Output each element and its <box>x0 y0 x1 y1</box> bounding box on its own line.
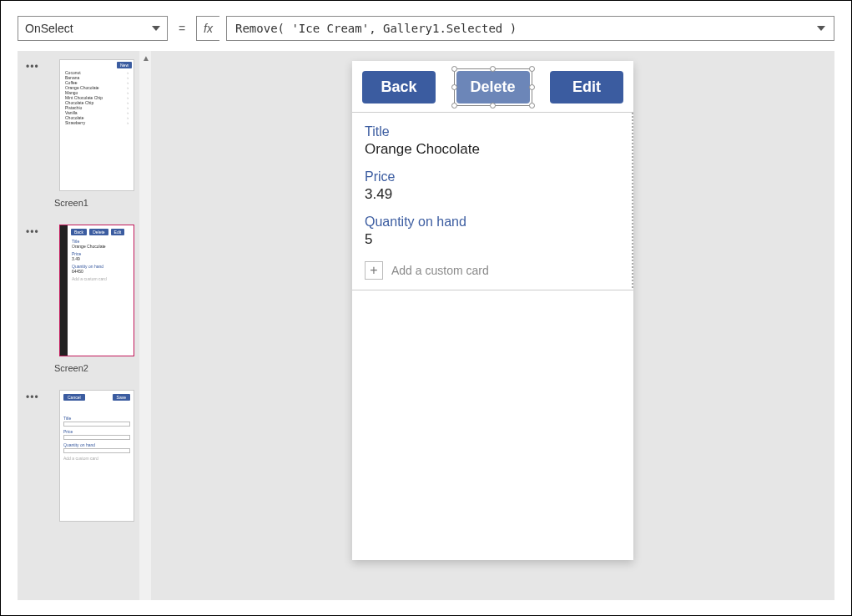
t3-price-input <box>63 435 130 440</box>
delete-button-label: Delete <box>470 78 515 95</box>
t2-title-val: Orange Chocolate <box>72 244 129 249</box>
thumbnail-screen2[interactable]: Back Delete Edit Title Orange Chocolate … <box>59 225 134 356</box>
app-frame: OnSelect = fx Remove( 'Ice Cream', Galle… <box>0 0 852 616</box>
screen3-btnbar: Cancel Save <box>60 391 134 404</box>
fx-icon[interactable]: fx <box>196 16 219 41</box>
formula-text: Remove( 'Ice Cream', Gallery1.Selected ) <box>235 22 517 35</box>
thumbnail-label: Screen1 <box>54 198 151 208</box>
edit-button[interactable]: Edit <box>550 71 623 104</box>
more-icon[interactable]: ••• <box>26 61 39 73</box>
t2-delete: Delete <box>89 229 108 235</box>
card-price-value: 3.49 <box>365 186 621 203</box>
equals-label: = <box>174 16 189 41</box>
t2-back: Back <box>71 229 87 235</box>
resize-handle[interactable] <box>451 103 457 109</box>
thumbnail-screen2-wrap: ••• Back Delete Edit Title Orange Chocol… <box>43 225 151 373</box>
chevron-down-icon <box>152 26 160 31</box>
resize-handle[interactable] <box>529 66 535 72</box>
thumbnail-screen3[interactable]: Cancel Save Title Price Quantity on hand… <box>59 390 134 522</box>
more-icon[interactable]: ••• <box>26 226 39 238</box>
resize-handle[interactable] <box>529 84 535 90</box>
card-qty-value: 5 <box>365 231 621 248</box>
add-card-label: Add a custom card <box>391 264 489 277</box>
card-qty-label: Quantity on hand <box>365 215 621 230</box>
resize-handle[interactable] <box>451 84 457 90</box>
gallery-list: Coconut› Banana› Coffee› Orange Chocolat… <box>60 60 134 125</box>
t3-add: Add a custom card <box>60 456 134 461</box>
t3-qty-input <box>63 448 130 453</box>
back-button[interactable]: Back <box>362 71 436 104</box>
add-custom-card[interactable]: + Add a custom card <box>365 260 621 281</box>
thumbnail-screen1-wrap: ••• New Coconut› Banana› Coffee› Orange … <box>43 59 151 208</box>
resize-handle[interactable] <box>490 66 496 72</box>
t2-price-val: 3.49 <box>72 256 129 261</box>
t3-qty-lbl: Quantity on hand <box>60 442 134 447</box>
list-item: Strawberry› <box>63 120 131 125</box>
screen2-btnbar: Back Delete Edit <box>68 225 134 237</box>
app-inner: OnSelect = fx Remove( 'Ice Cream', Galle… <box>18 16 834 600</box>
card-price-label: Price <box>365 169 621 184</box>
t2-qty-val: 64450 <box>72 269 129 274</box>
t3-price-lbl: Price <box>60 429 134 434</box>
screen1-new-button: New <box>117 62 132 68</box>
t3-save: Save <box>113 394 130 401</box>
resize-handle[interactable] <box>529 103 535 109</box>
t3-title-lbl: Title <box>60 416 134 421</box>
detail-form[interactable]: Title Orange Chocolate Price 3.49 Quanti… <box>352 112 633 290</box>
property-dropdown-value: OnSelect <box>25 22 73 35</box>
property-dropdown[interactable]: OnSelect <box>18 16 168 41</box>
plus-icon: + <box>365 261 383 280</box>
workspace: ▲ ••• New Coconut› Banana› Coffee› Orang… <box>18 51 834 600</box>
card-title-value: Orange Chocolate <box>365 141 621 158</box>
formula-input[interactable]: Remove( 'Ice Cream', Gallery1.Selected ) <box>226 16 834 41</box>
t2-add: Add a custom card <box>72 276 129 281</box>
screen2-body: Title Orange Chocolate Price 3.49 Quanti… <box>68 237 134 283</box>
delete-button[interactable]: Delete <box>456 71 530 104</box>
resize-handle[interactable] <box>490 103 496 109</box>
thumbnail-screen3-wrap: ••• Cancel Save Title Price Quantity on … <box>43 390 151 522</box>
thumbnail-screen1[interactable]: New Coconut› Banana› Coffee› Orange Choc… <box>59 59 134 191</box>
screen-thumbnail-panel: ▲ ••• New Coconut› Banana› Coffee› Orang… <box>18 51 151 600</box>
thumbnail-label: Screen2 <box>54 363 151 373</box>
more-icon[interactable]: ••• <box>26 391 39 403</box>
screen-header: Back Delete <box>352 61 633 112</box>
formula-bar: OnSelect = fx Remove( 'Ice Cream', Galle… <box>18 16 834 41</box>
screen2-canvas: Back Delete <box>352 61 633 560</box>
chevron-down-icon[interactable] <box>817 26 825 31</box>
resize-handle[interactable] <box>451 66 457 72</box>
t3-title-input <box>63 422 130 427</box>
selection-band <box>60 225 68 356</box>
t3-cancel: Cancel <box>63 394 85 401</box>
card-title-label: Title <box>365 124 621 139</box>
t2-edit: Edit <box>111 229 125 235</box>
canvas[interactable]: Back Delete <box>151 51 834 600</box>
